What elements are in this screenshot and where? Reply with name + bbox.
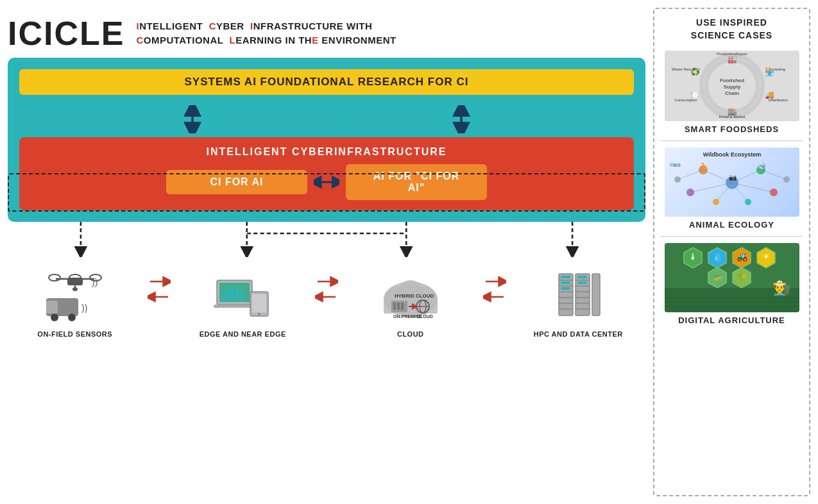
svg-text:♻️: ♻️	[690, 67, 699, 76]
arrow-left	[183, 105, 201, 133]
animal-ecology-image: Wildbook Ecosystem	[665, 147, 799, 217]
svg-text:HYBRID CLOUD: HYBRID CLOUD	[395, 293, 434, 299]
svg-text:☀: ☀	[762, 251, 770, 262]
svg-rect-28	[231, 287, 234, 301]
svg-text:CLOUD: CLOUD	[417, 314, 433, 319]
svg-point-15	[72, 287, 78, 291]
svg-rect-70	[561, 276, 570, 278]
animal-ecology: Wildbook Ecosystem	[661, 147, 803, 230]
horizontal-arrow	[314, 173, 339, 191]
red-arrows-3	[483, 267, 506, 325]
svg-rect-31	[214, 305, 255, 308]
svg-rect-74	[577, 281, 587, 284]
divider-1	[661, 140, 803, 141]
teal-box-wrapper: SYSTEMS AI FOUNDATIONAL RESEARCH FOR CI	[8, 58, 645, 222]
svg-rect-30	[240, 292, 243, 301]
animal-ecology-label: ANIMAL ECOLOGY	[689, 220, 774, 230]
svg-rect-43	[393, 303, 396, 310]
svg-text:🏬: 🏬	[727, 106, 737, 116]
digital-ag-image: 🌡 💧 🚜 ☀ 🚁	[665, 243, 799, 312]
svg-rect-18	[46, 301, 58, 314]
svg-text:)): ))	[92, 277, 98, 287]
smart-foodsheds: Foodshed Supply Chain Production/Import …	[661, 51, 803, 134]
svg-point-34	[258, 313, 260, 315]
bottom-section: )) )) ON-FIELD SENSORS	[8, 257, 645, 496]
svg-text:👨‍🌾: 👨‍🌾	[772, 280, 790, 297]
red-arrows-1	[148, 267, 171, 325]
intelligent-label: INTELLIGENT CYBERINFRASTRUCTURE	[207, 146, 447, 158]
svg-text:🦒: 🦒	[700, 162, 708, 170]
svg-line-109	[761, 170, 787, 180]
svg-text:🌾: 🌾	[737, 272, 746, 281]
svg-text:🚜: 🚜	[736, 251, 747, 262]
svg-text:🚁: 🚁	[712, 272, 722, 281]
digital-ag-label: DIGITAL AGRICULTURE	[678, 315, 785, 325]
cloud: ON-PREMISE CLOUD HYBRID CLOUD CLOUD	[343, 267, 478, 338]
yellow-bar: SYSTEMS AI FOUNDATIONAL RESEARCH FOR CI	[19, 69, 634, 95]
digital-agriculture: 🌡 💧 🚜 ☀ 🚁	[661, 243, 803, 325]
icicle-title: INTELLIGENT CYBER INFRASTRUCTURE WITH CO…	[136, 19, 396, 48]
icicle-header: ICICLE INTELLIGENT CYBER INFRASTRUCTURE …	[8, 8, 645, 58]
arrow-right	[452, 105, 470, 133]
svg-rect-57	[592, 274, 600, 315]
hpc-label: HPC AND DATA CENTER	[534, 330, 623, 338]
hpc-icon	[549, 267, 607, 325]
edge-near-edge: EDGE AND NEAR EDGE	[176, 267, 311, 338]
svg-rect-73	[577, 276, 587, 278]
svg-point-20	[68, 314, 76, 321]
svg-line-104	[690, 183, 732, 192]
ci-for-ai-box: CI FOR AI	[166, 170, 307, 194]
svg-point-19	[51, 314, 58, 321]
red-box: INTELLIGENT CYBERINFRASTRUCTURE CI FOR A…	[19, 137, 634, 210]
hpc-data-center: HPC AND DATA CENTER	[511, 267, 646, 338]
svg-text:Supply: Supply	[723, 84, 740, 90]
svg-text:📷: 📷	[729, 173, 737, 181]
svg-line-102	[703, 170, 732, 183]
svg-text:Foodshed: Foodshed	[719, 78, 744, 83]
foodsheds-label: SMART FOODSHEDS	[685, 124, 779, 134]
svg-text:Wildbook Ecosystem: Wildbook Ecosystem	[703, 151, 760, 158]
svg-rect-13	[67, 278, 83, 285]
on-field-label: ON-FIELD SENSORS	[37, 330, 112, 338]
svg-rect-26	[222, 294, 225, 301]
ai-for-ci-box: AI FOR "CI FOR AI"	[346, 164, 487, 200]
ci-ai-row: CI FOR AI AI FOR "CI FOR AI"	[30, 164, 624, 200]
svg-rect-72	[561, 287, 570, 290]
svg-text:🍽️: 🍽️	[690, 90, 699, 99]
foodsheds-image: Foodshed Supply Chain Production/Import …	[665, 51, 799, 121]
svg-text:🌡: 🌡	[688, 251, 697, 262]
svg-text:🏪: 🏪	[764, 67, 774, 76]
svg-rect-27	[226, 290, 230, 301]
svg-text:)): ))	[81, 303, 87, 313]
svg-rect-29	[235, 289, 239, 301]
svg-text:©BIS: ©BIS	[670, 163, 681, 167]
arrow-connectors	[8, 222, 645, 257]
svg-text:🐋: 🐋	[758, 162, 766, 170]
title-line1: INTELLIGENT CYBER INFRASTRUCTURE WITH	[136, 19, 396, 34]
left-panel: ICICLE INTELLIGENT CYBER INFRASTRUCTURE …	[8, 8, 645, 496]
divider-2	[661, 236, 803, 237]
svg-rect-44	[397, 303, 400, 310]
svg-point-10	[49, 274, 60, 281]
on-field-icon: )) ))	[43, 267, 107, 325]
svg-rect-71	[561, 281, 570, 284]
edge-label: EDGE AND NEAR EDGE	[200, 330, 286, 338]
icicle-logo: ICICLE	[8, 14, 124, 53]
right-panel-title: USE INSPIREDSCIENCE CASES	[661, 17, 803, 42]
svg-text:💧: 💧	[711, 251, 723, 262]
svg-text:🚚: 🚚	[764, 90, 774, 99]
svg-rect-45	[401, 303, 404, 310]
title-line2: COMPUTATIONAL LEARNING IN THE ENVIRONMEN…	[136, 33, 396, 48]
edge-icon	[210, 267, 275, 325]
svg-line-105	[732, 183, 774, 192]
main-container: ICICLE INTELLIGENT CYBER INFRASTRUCTURE …	[0, 0, 818, 504]
svg-line-108	[677, 170, 703, 180]
svg-text:🏭: 🏭	[727, 54, 737, 63]
right-panel: USE INSPIREDSCIENCE CASES Foodshed Suppl…	[653, 8, 810, 496]
arrows-row	[19, 103, 634, 136]
teal-box: SYSTEMS AI FOUNDATIONAL RESEARCH FOR CI	[8, 58, 645, 222]
cloud-icon: ON-PREMISE CLOUD HYBRID CLOUD	[375, 267, 446, 325]
svg-text:Chain: Chain	[724, 90, 738, 96]
on-field-sensors: )) )) ON-FIELD SENSORS	[8, 267, 142, 338]
cloud-label: CLOUD	[397, 330, 424, 338]
